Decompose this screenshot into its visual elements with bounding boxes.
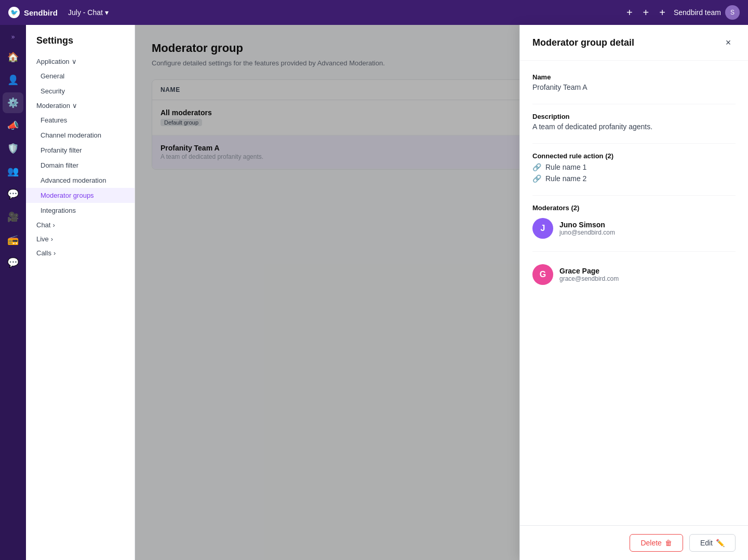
section-application-arrow: ∨ <box>72 58 77 65</box>
settings-icon[interactable]: ⚙️ <box>3 92 23 113</box>
detail-panel-title: Moderator group detail <box>532 37 634 48</box>
moderator-item: G Grace Page grace@sendbird.com <box>532 260 736 289</box>
contacts-icon[interactable]: 👥 <box>3 161 23 182</box>
chat-icon[interactable]: 💬 <box>3 184 23 204</box>
add-tab-button-2[interactable]: + <box>641 7 651 19</box>
home-icon[interactable]: 🏠 <box>3 47 23 67</box>
brand-name: Sendbird <box>24 8 58 17</box>
sidebar-item-channel-moderation[interactable]: Channel moderation <box>26 128 135 143</box>
divider <box>532 143 736 144</box>
settings-title: Settings <box>26 35 135 54</box>
section-calls[interactable]: Calls › <box>26 246 135 260</box>
radio-icon[interactable]: 📻 <box>3 229 23 250</box>
divider <box>532 104 736 104</box>
sidebar-item-advanced-moderation[interactable]: Advanced moderation <box>26 173 135 188</box>
section-application-label: Application <box>36 58 70 65</box>
logo[interactable]: Sendbird <box>8 7 58 18</box>
detail-name-section: Name Profanity Team A <box>532 73 736 91</box>
sidebar-item-profanity-filter[interactable]: Profanity filter <box>26 143 135 158</box>
rule-item: 🔗 Rule name 1 <box>532 163 736 171</box>
support-icon[interactable]: 💬 <box>3 252 23 273</box>
avatar: S <box>725 5 740 20</box>
detail-moderators-section: Moderators (2) J Juno Simson juno@sendbi… <box>532 204 736 289</box>
detail-body: Name Profanity Team A Description A team… <box>520 61 748 525</box>
section-live-arrow: › <box>51 235 53 243</box>
detail-header: Moderator group detail × <box>520 25 748 61</box>
settings-sidebar: Settings Application ∨ General Security … <box>26 25 135 560</box>
delete-label: Delete <box>640 539 661 547</box>
moderator-email: grace@sendbird.com <box>559 275 619 282</box>
moderator-info: Juno Simson juno@sendbird.com <box>559 221 615 236</box>
add-tab-button-3[interactable]: + <box>657 7 667 19</box>
moderation-icon[interactable]: 🛡️ <box>3 138 23 159</box>
moderator-avatar: G <box>532 264 553 285</box>
section-live-label: Live <box>36 235 49 243</box>
users-icon[interactable]: 👤 <box>3 70 23 90</box>
close-button[interactable]: × <box>721 35 736 50</box>
sidebar-item-general[interactable]: General <box>26 69 135 84</box>
sidebar-item-features[interactable]: Features <box>26 113 135 128</box>
top-navigation: Sendbird July - Chat ▾ + + + Sendbird te… <box>0 0 748 25</box>
notifications-icon[interactable]: 📣 <box>3 115 23 136</box>
rule-name: Rule name 2 <box>545 174 586 183</box>
team-selector[interactable]: Sendbird team S <box>674 5 740 20</box>
detail-rules-section: Connected rule action (2) 🔗 Rule name 1 … <box>532 152 736 183</box>
moderator-avatar: J <box>532 218 553 239</box>
add-tab-button-1[interactable]: + <box>624 7 635 19</box>
description-value: A team of dedicated profanity agents. <box>532 122 736 131</box>
edit-label: Edit <box>700 539 713 547</box>
detail-description-section: Description A team of dedicated profanit… <box>532 113 736 131</box>
video-icon[interactable]: 🎥 <box>3 207 23 227</box>
name-label: Name <box>532 73 736 81</box>
expand-sidebar-button[interactable]: » <box>7 29 19 45</box>
section-moderation-label: Moderation <box>36 102 70 110</box>
chevron-down-icon: ▾ <box>105 8 109 17</box>
team-name: Sendbird team <box>674 8 721 17</box>
moderator-name: Grace Page <box>559 267 619 275</box>
section-calls-label: Calls <box>36 249 51 257</box>
rule-icon: 🔗 <box>532 163 541 171</box>
rule-name: Rule name 1 <box>545 163 586 171</box>
rule-item: 🔗 Rule name 2 <box>532 174 736 183</box>
moderator-email: juno@sendbird.com <box>559 229 615 236</box>
section-application[interactable]: Application ∨ <box>26 54 135 69</box>
pencil-icon: ✏️ <box>716 539 725 547</box>
section-moderation[interactable]: Moderation ∨ <box>26 99 135 113</box>
edit-button[interactable]: Edit ✏️ <box>689 534 736 552</box>
logo-icon <box>8 7 20 18</box>
sidebar-item-integrations[interactable]: Integrations <box>26 203 135 218</box>
moderator-name: Juno Simson <box>559 221 615 229</box>
moderators-label: Moderators (2) <box>532 204 736 212</box>
divider <box>532 195 736 196</box>
workspace-name: July - Chat <box>68 8 103 17</box>
trash-icon: 🗑 <box>665 539 672 547</box>
detail-footer: Delete 🗑 Edit ✏️ <box>520 525 748 560</box>
section-chat-label: Chat <box>36 221 50 229</box>
rule-icon: 🔗 <box>532 174 541 183</box>
section-chat-arrow: › <box>52 221 55 229</box>
moderator-info: Grace Page grace@sendbird.com <box>559 267 619 282</box>
section-calls-arrow: › <box>54 249 56 257</box>
sidebar-item-moderator-groups[interactable]: Moderator groups <box>26 188 135 203</box>
moderator-divider <box>532 251 736 252</box>
section-live[interactable]: Live › <box>26 232 135 246</box>
sidebar-item-domain-filter[interactable]: Domain filter <box>26 158 135 173</box>
workspace-selector[interactable]: July - Chat ▾ <box>68 8 109 17</box>
section-moderation-arrow: ∨ <box>72 102 77 110</box>
description-label: Description <box>532 113 736 120</box>
delete-button[interactable]: Delete 🗑 <box>630 534 683 552</box>
section-chat[interactable]: Chat › <box>26 218 135 232</box>
moderator-item: J Juno Simson juno@sendbird.com <box>532 214 736 243</box>
detail-panel: Moderator group detail × Name Profanity … <box>519 25 748 560</box>
name-value: Profanity Team A <box>532 83 736 91</box>
sidebar-item-security[interactable]: Security <box>26 84 135 99</box>
icon-sidebar: » 🏠 👤 ⚙️ 📣 🛡️ 👥 💬 🎥 📻 💬 <box>0 25 26 560</box>
rules-label: Connected rule action (2) <box>532 152 736 160</box>
